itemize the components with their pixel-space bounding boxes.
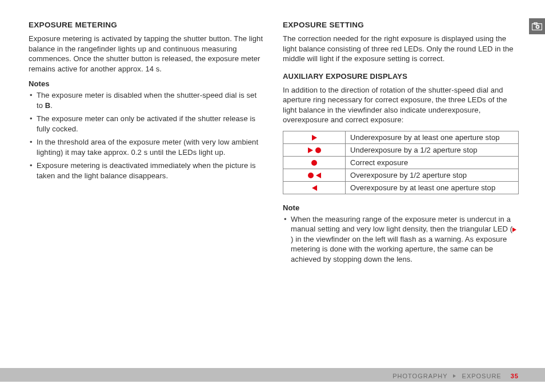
table-row: Correct exposure (283, 156, 519, 169)
heading-exposure-metering: EXPOSURE METERING (29, 21, 265, 29)
aux-intro: In addition to the direction of rotation… (283, 85, 519, 125)
page-number: 35 (511, 373, 519, 379)
note-text: ) in the viewfinder on the left will fla… (291, 235, 507, 263)
table-row: Underexposure by at least one aperture s… (283, 131, 519, 143)
section-tab-camera-icon (529, 18, 545, 34)
breadcrumb: PHOTOGRAPHY EXPOSURE 35 (392, 373, 519, 379)
note-text: When the measuring range of the exposure… (291, 215, 512, 234)
heading-aux-displays: AUXILIARY EXPOSURE DISPLAYS (283, 72, 519, 81)
led-description: Overexposure by at least one aperture st… (346, 181, 519, 194)
note-bold-b: B (45, 101, 51, 110)
note-item: Exposure metering is deactivated immedia… (29, 161, 265, 181)
table-row: Underexposure by a 1/2 aperture stop (283, 143, 519, 156)
svg-point-3 (536, 26, 538, 27)
note-item: When the measuring range of the exposure… (283, 214, 519, 265)
led-underexposure-half-icon (283, 143, 346, 156)
note-text: . (50, 101, 53, 110)
right-column: EXPOSURE SETTING The correction needed f… (283, 21, 519, 268)
manual-page: EXPOSURE METERING Exposure metering is a… (0, 0, 545, 392)
led-description: Correct exposure (346, 156, 519, 169)
heading-exposure-setting: EXPOSURE SETTING (283, 21, 519, 29)
led-correct-icon (283, 156, 346, 169)
led-overexposure-half-icon (283, 169, 346, 181)
note-item: The exposure meter can only be activated… (29, 114, 265, 134)
setting-intro: The correction needed for the right expo… (283, 34, 519, 64)
setting-note-list: When the measuring range of the exposure… (283, 214, 519, 265)
note-item: In the threshold area of the exposure me… (29, 137, 265, 157)
metering-intro: Exposure metering is activated by tappin… (29, 34, 265, 74)
note-heading: Note (283, 203, 519, 212)
triangle-right-icon (512, 227, 516, 232)
led-overexposure-full-icon (283, 181, 346, 194)
led-description: Underexposure by at least one aperture s… (346, 131, 519, 143)
led-underexposure-full-icon (283, 131, 346, 143)
note-item: The exposure meter is disabled when the … (29, 90, 265, 110)
exposure-led-table: Underexposure by at least one aperture s… (283, 131, 519, 194)
left-column: EXPOSURE METERING Exposure metering is a… (29, 21, 265, 268)
breadcrumb-item: PHOTOGRAPHY (392, 373, 447, 379)
table-row: Overexposure by 1/2 aperture stop (283, 169, 519, 181)
breadcrumb-item: EXPOSURE (462, 373, 502, 379)
chevron-right-icon (453, 374, 456, 378)
led-description: Overexposure by 1/2 aperture stop (346, 169, 519, 181)
notes-heading: Notes (29, 79, 265, 88)
metering-notes-list: The exposure meter is disabled when the … (29, 90, 265, 181)
table-row: Overexposure by at least one aperture st… (283, 181, 519, 194)
led-description: Underexposure by a 1/2 aperture stop (346, 143, 519, 156)
note-text: The exposure meter is disabled when the … (37, 91, 257, 110)
